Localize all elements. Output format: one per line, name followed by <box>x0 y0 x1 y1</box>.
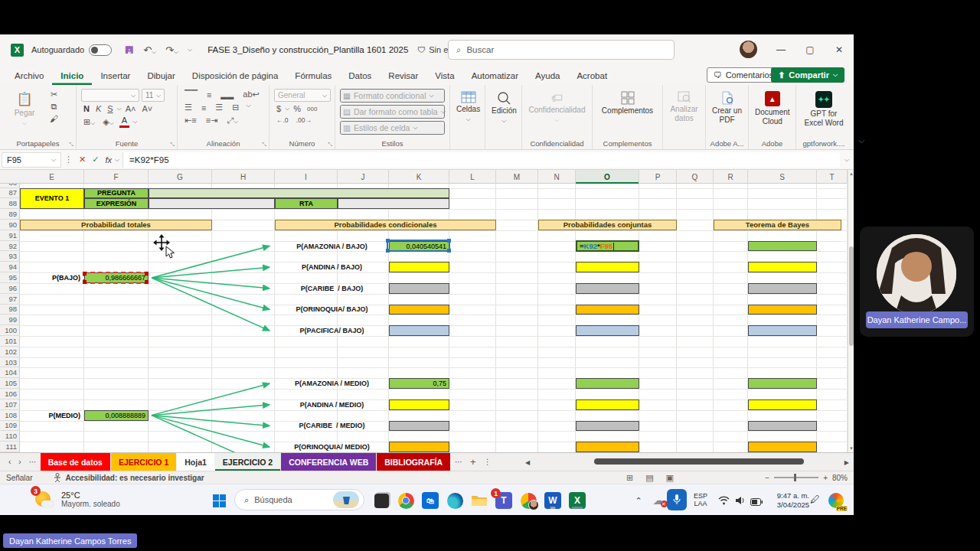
row-header-106[interactable]: 106 <box>0 389 20 399</box>
copilot-button[interactable]: PRE <box>827 491 845 510</box>
currency-icon[interactable]: $ <box>274 103 283 114</box>
wifi-icon[interactable] <box>718 494 730 508</box>
excel-app-icon[interactable]: X <box>11 44 24 57</box>
dialog-launcher-icon[interactable]: ⤡ <box>170 142 175 148</box>
row-header-90[interactable]: 90 <box>0 220 20 230</box>
s-value-cell[interactable] <box>748 241 817 252</box>
gpt-button[interactable]: ✦✦ GPT for Excel Word <box>801 89 847 129</box>
ribbon-tab-inicio[interactable]: Inicio <box>52 68 92 85</box>
edge-button[interactable] <box>446 491 464 510</box>
row-header-93[interactable]: 93 <box>0 251 20 262</box>
ribbon-tab-insertar[interactable]: Insertar <box>92 68 139 85</box>
page-layout-view-icon[interactable]: ▤ <box>645 473 653 483</box>
normal-view-icon[interactable]: ⊞ <box>626 473 633 483</box>
teams-button[interactable]: 1 T <box>495 491 513 510</box>
onedrive-button[interactable]: ☁ ✕ <box>649 491 668 510</box>
webcam-tile[interactable]: Dayan Katherine Campo... <box>860 227 974 337</box>
o-value-cell[interactable] <box>576 305 639 315</box>
user-avatar[interactable] <box>740 41 757 58</box>
column-header-T[interactable]: T <box>817 170 848 184</box>
microphone-indicator[interactable] <box>667 489 687 510</box>
number-format-select[interactable]: General⌵ <box>274 89 331 102</box>
analyze-data-button[interactable]: Analizar datos <box>668 89 701 125</box>
s-value-cell[interactable] <box>748 325 817 336</box>
zoom-out-icon[interactable]: − <box>765 474 769 482</box>
ribbon-tab-datos[interactable]: Datos <box>340 68 380 85</box>
o-value-cell[interactable] <box>576 262 639 272</box>
decrease-decimal-icon[interactable]: .00→ <box>294 116 314 125</box>
cell-expresion[interactable]: EXPRESIÓN <box>84 198 149 209</box>
increase-font-icon[interactable]: A˄ <box>123 103 139 114</box>
comma-style-icon[interactable]: 000 <box>305 105 319 113</box>
speaker-icon[interactable] <box>735 494 746 508</box>
vertical-scrollbar[interactable]: ▲ ▼ <box>848 170 854 452</box>
zoom-level[interactable]: 80% <box>832 474 848 482</box>
s-value-cell[interactable] <box>748 442 817 452</box>
decrease-indent-icon[interactable]: ⇤≡ <box>182 115 199 126</box>
scroll-down-icon[interactable]: ▼ <box>848 446 854 451</box>
orientation-icon[interactable]: ⤢⌵ <box>224 115 240 126</box>
row-header-97[interactable]: 97 <box>0 294 20 305</box>
column-header-K[interactable]: K <box>389 170 449 184</box>
row-header-95[interactable]: 95 <box>0 272 20 283</box>
s-value-cell[interactable] <box>748 421 817 432</box>
merge-center-icon[interactable]: ⊟ <box>230 102 241 113</box>
s-value-cell[interactable] <box>748 262 817 272</box>
comments-button[interactable]: 🗨 Comentarios <box>707 67 780 83</box>
more-sheets-icon[interactable]: ⋯ <box>451 458 466 466</box>
column-header-Q[interactable]: Q <box>677 170 714 184</box>
horizontal-scrollbar[interactable]: ◀ ▶ <box>536 458 837 466</box>
dialog-launcher-icon[interactable]: ⤡ <box>262 142 266 148</box>
k-value-cell[interactable]: 0,75 <box>389 378 449 389</box>
formula-bar-expand-icon[interactable]: ⌵ <box>840 156 854 164</box>
maximize-button[interactable]: ▢ <box>795 34 825 65</box>
confirm-entry-icon[interactable]: ✓ <box>89 155 102 165</box>
cell-expresion-left[interactable] <box>149 198 275 209</box>
row-header-98[interactable]: 98 <box>0 305 20 315</box>
grid-body[interactable]: 8687888990919293949596979899100101102103… <box>0 184 848 452</box>
column-header-G[interactable]: G <box>149 170 212 184</box>
title-search-box[interactable]: ⌕ Buscar <box>448 40 675 60</box>
k-value-cell[interactable] <box>389 421 449 432</box>
sheet-options-icon[interactable]: ⋮ <box>480 458 495 466</box>
paste-button[interactable]: 📋 Pegar⌵ <box>5 89 44 129</box>
close-button[interactable]: ✕ <box>825 34 854 65</box>
column-header-S[interactable]: S <box>748 170 817 184</box>
column-header-L[interactable]: L <box>449 170 496 184</box>
k-value-cell[interactable] <box>389 325 449 336</box>
column-header-F[interactable]: F <box>84 170 149 184</box>
row-header-104[interactable]: 104 <box>0 367 20 378</box>
underline-button[interactable]: S <box>105 103 115 114</box>
row-header-87[interactable]: 87 <box>0 188 20 199</box>
quick-access-chevron-icon[interactable]: ⌵ <box>186 46 194 54</box>
row-header-94[interactable]: 94 <box>0 262 20 272</box>
sheet-tab-bibliografía[interactable]: BIBLIOGRAFÍA <box>377 453 450 471</box>
page-break-view-icon[interactable]: ▣ <box>666 473 674 483</box>
battery-icon[interactable] <box>750 495 763 509</box>
increase-indent-icon[interactable]: ≡⇥ <box>204 115 220 126</box>
ribbon-tab-dibujar[interactable]: Dibujar <box>139 68 183 85</box>
k-value-cell[interactable] <box>389 305 449 315</box>
sheet-list-icon[interactable]: ⋯ <box>25 458 41 466</box>
ribbon-tab-fórmulas[interactable]: Fórmulas <box>286 68 340 85</box>
name-box-options-icon[interactable]: ⋮ <box>61 155 76 165</box>
create-pdf-button[interactable]: Crear un PDF <box>710 89 743 126</box>
clock[interactable]: 9:47 a. m.3/04/2025 <box>777 491 809 510</box>
sheet-tab-hoja1[interactable]: Hoja1 <box>177 453 214 471</box>
percent-icon[interactable]: % <box>291 103 303 114</box>
cancel-entry-icon[interactable]: ✕ <box>76 155 89 165</box>
vertical-scroll-thumb[interactable] <box>849 246 854 346</box>
tray-expand-button[interactable]: ⌃ <box>629 491 648 510</box>
total-value-cell[interactable]: 0,008888889 <box>84 410 149 421</box>
column-header-E[interactable]: E <box>20 170 84 184</box>
row-header-96[interactable]: 96 <box>0 283 20 294</box>
browser-profile-button[interactable] <box>519 491 537 510</box>
sensitivity-button[interactable]: 🏷 Confidencialidad⌵ <box>527 89 587 126</box>
editing-button[interactable]: Edición⌵ <box>490 89 518 127</box>
ribbon-collapse-chevron-icon[interactable]: ⌵ <box>856 135 867 146</box>
microsoft-store-button[interactable]: 🛍 <box>421 491 439 510</box>
sheet-next-icon[interactable]: › <box>15 458 24 466</box>
zoom-slider[interactable] <box>774 477 818 478</box>
s-value-cell[interactable] <box>748 305 817 315</box>
ribbon-tab-archivo[interactable]: Archivo <box>6 68 52 85</box>
